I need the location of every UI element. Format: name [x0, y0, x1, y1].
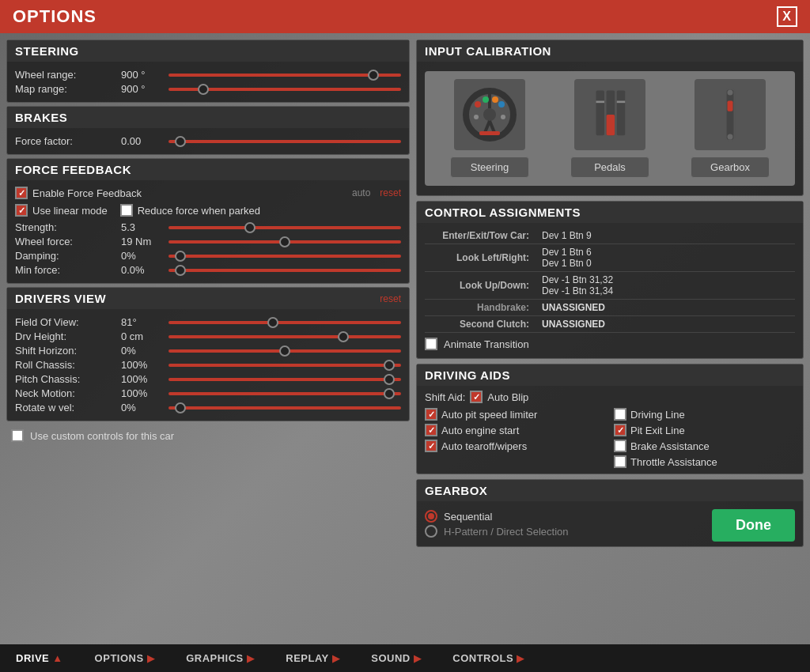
pedals-calib-item: Pedals [570, 79, 649, 178]
control-assignments-header: CONTROL ASSIGNMENTS [417, 202, 803, 223]
svg-rect-16 [596, 101, 605, 104]
driving-aids-header: DRIVING AIDS [417, 364, 803, 386]
nav-options-label: OPTIONS [95, 652, 144, 664]
force-factor-slider[interactable] [168, 140, 401, 143]
ff-reset-link[interactable]: reset [380, 187, 401, 198]
damping-slider[interactable] [168, 255, 401, 258]
drivers-view-reset[interactable]: reset [380, 293, 401, 304]
auto-engine-checkbox[interactable] [425, 424, 437, 436]
use-custom-checkbox[interactable] [11, 429, 24, 442]
aids-grid: Auto pit speed limiter Driving Line Auto… [425, 407, 795, 469]
linear-mode-checkbox[interactable] [15, 204, 28, 217]
auto-tearoff-label: Auto tearoff/wipers [441, 440, 527, 452]
sequential-row: Sequential [425, 510, 569, 523]
fov-slider[interactable] [168, 321, 401, 324]
assignment-label: Look Left/Right: [425, 244, 536, 272]
steering-header: STEERING [7, 40, 409, 62]
min-force-label: Min force: [15, 264, 118, 276]
steering-calib-button[interactable]: Steering [450, 157, 529, 178]
svg-point-10 [501, 115, 505, 119]
pitch-chassis-label: Pitch Chassis: [15, 373, 118, 385]
content-area: STEERING Wheel range: 900 ° Map range: 9… [0, 33, 810, 644]
auto-pit-checkbox[interactable] [425, 408, 437, 421]
pedals-calib-button[interactable]: Pedals [570, 157, 649, 178]
throttle-assistance-row: Throttle Assistance [614, 455, 795, 469]
gearbox-calib-item: Gearbox [691, 79, 770, 178]
nav-drive[interactable]: DRIVE ▲ [0, 644, 79, 672]
nav-graphics[interactable]: GRAPHICS ▶ [170, 644, 270, 672]
second-clutch-value: UNASSIGNED [536, 316, 795, 333]
auto-blip-checkbox[interactable] [470, 391, 483, 403]
nav-replay[interactable]: REPLAY ▶ [270, 644, 355, 672]
done-button[interactable]: Done [712, 509, 795, 542]
neck-motion-slider[interactable] [168, 392, 401, 395]
pitch-chassis-slider[interactable] [168, 378, 401, 381]
driving-line-checkbox[interactable] [614, 408, 626, 421]
pit-exit-checkbox[interactable] [614, 424, 626, 436]
rotate-w-vel-label: Rotate w vel: [15, 402, 118, 413]
control-assignments-section: CONTROL ASSIGNMENTS Enter/Exit/Tow Car: … [416, 201, 804, 359]
svg-rect-15 [607, 115, 615, 135]
table-row: Enter/Exit/Tow Car: Dev 1 Btn 9 [425, 228, 795, 244]
svg-rect-11 [479, 131, 500, 135]
rotate-w-vel-slider[interactable] [168, 406, 401, 410]
nav-options-arrow: ▶ [147, 653, 155, 664]
neck-motion-label: Neck Motion: [15, 387, 118, 399]
svg-point-21 [728, 90, 733, 96]
wheel-force-slider[interactable] [168, 240, 401, 244]
shift-horizon-slider[interactable] [168, 349, 401, 353]
enable-ff-checkbox[interactable] [15, 187, 28, 199]
hpattern-label: H-Pattern / Direct Selection [444, 526, 569, 538]
force-feedback-header: FORCE FEEDBACK [7, 159, 409, 180]
auto-blip-label: Auto Blip [487, 391, 528, 403]
drivers-view-header-row: DRIVERS VIEW reset [7, 288, 409, 309]
assignment-label: Second Clutch: [425, 316, 536, 333]
assignment-value: Dev 1 Btn 9 [536, 228, 795, 244]
throttle-assistance-label: Throttle Assistance [630, 456, 717, 468]
strength-slider[interactable] [168, 226, 401, 229]
wheel-range-value: 900 ° [121, 69, 161, 81]
wheel-range-slider[interactable] [168, 74, 401, 77]
nav-replay-label: REPLAY [286, 652, 329, 664]
nav-controls[interactable]: CONTROLS ▶ [437, 644, 539, 672]
wheel-force-value: 19 Nm [121, 236, 161, 247]
svg-point-7 [492, 96, 498, 103]
sequential-radio[interactable] [425, 510, 437, 523]
auto-tearoff-checkbox[interactable] [425, 440, 437, 452]
map-range-slider[interactable] [168, 88, 401, 91]
drivers-view-body: Field Of View: 81° Drv Height: 0 cm [7, 309, 409, 421]
shift-aid-label: Shift Aid: [425, 391, 465, 403]
brakes-body: Force factor: 0.00 [7, 128, 409, 154]
use-custom-controls-row: Use custom controls for this car [6, 429, 410, 442]
nav-graphics-arrow: ▶ [247, 653, 255, 664]
animate-transition-row: Animate Transition [425, 338, 795, 350]
calibration-devices: Steering [425, 71, 795, 186]
driving-aids-body: Shift Aid: Auto Blip Auto pit speed limi… [417, 386, 803, 474]
reduce-force-checkbox[interactable] [120, 204, 133, 217]
brake-assistance-checkbox[interactable] [614, 440, 626, 452]
bottom-nav: DRIVE ▲ OPTIONS ▶ GRAPHICS ▶ REPLAY ▶ SO… [0, 644, 810, 672]
nav-sound[interactable]: SOUND ▶ [355, 644, 437, 672]
gearbox-calib-button[interactable]: Gearbox [691, 157, 770, 178]
min-force-slider[interactable] [168, 269, 401, 272]
svg-rect-14 [617, 90, 626, 135]
map-range-label: Map range: [15, 83, 118, 95]
roll-chassis-value: 100% [121, 359, 161, 371]
roll-chassis-slider[interactable] [168, 364, 401, 367]
nav-options[interactable]: OPTIONS ▶ [79, 644, 171, 672]
hpattern-radio[interactable] [425, 525, 437, 538]
animate-transition-checkbox[interactable] [425, 338, 437, 350]
nav-controls-label: CONTROLS [452, 652, 513, 664]
map-range-value: 900 ° [121, 83, 161, 95]
wheel-force-row: Wheel force: 19 Nm [15, 236, 401, 247]
throttle-assistance-checkbox[interactable] [614, 455, 626, 468]
drv-height-row: Drv Height: 0 cm [15, 330, 401, 342]
shift-horizon-row: Shift Horizon: 0% [15, 345, 401, 357]
table-row: Handbrake: UNASSIGNED [425, 300, 795, 316]
drv-height-slider[interactable] [168, 335, 401, 338]
linear-mode-row: Use linear mode [15, 204, 108, 217]
close-button[interactable]: X [777, 6, 797, 27]
right-panel: INPUT CALIBRATION [416, 40, 804, 638]
steering-device-display [454, 79, 525, 150]
gearbox-body: Sequential H-Pattern / Direct Selection … [417, 501, 803, 546]
